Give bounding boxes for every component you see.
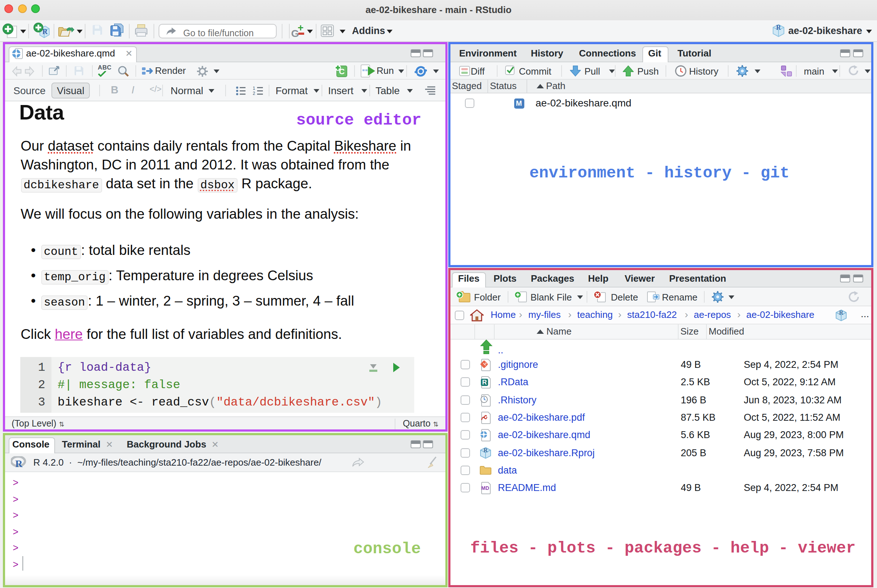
svg-text:2: 2 <box>253 91 255 96</box>
svg-text:R: R <box>42 27 48 36</box>
svg-text:R: R <box>482 379 487 386</box>
svg-text:1: 1 <box>253 86 255 91</box>
svg-text:R: R <box>777 24 781 31</box>
svg-text:R: R <box>483 447 488 453</box>
svg-text:R: R <box>839 310 843 316</box>
svg-text:MD: MD <box>481 486 489 491</box>
svg-text:R: R <box>15 458 22 468</box>
